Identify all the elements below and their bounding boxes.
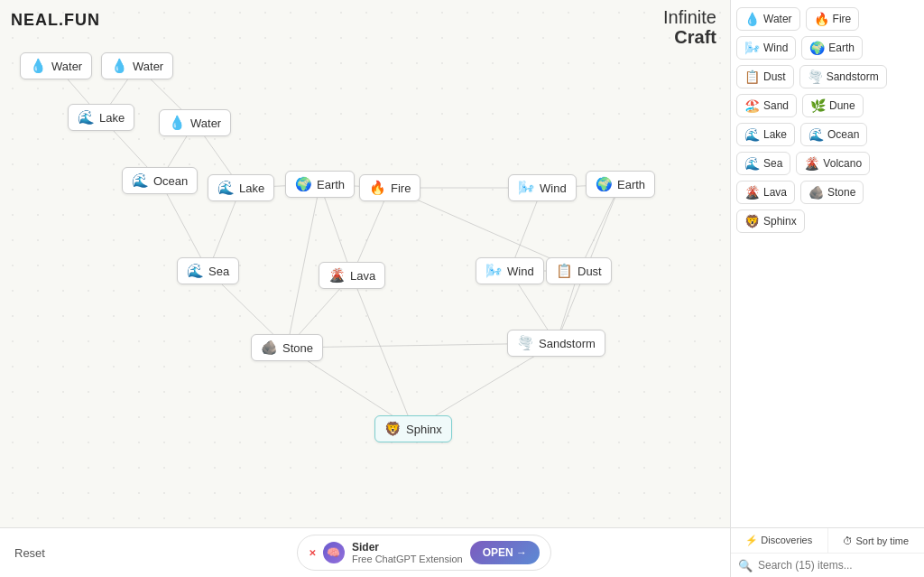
node-sea1[interactable]: 🌊Sea [177, 257, 239, 284]
sidebar-label-8: Lake [763, 128, 787, 141]
ad-open-button[interactable]: OPEN → [470, 541, 540, 564]
search-icon: 🔍 [738, 559, 753, 572]
ad-brand-name: Sider [352, 541, 463, 554]
node-icon-water1: 💧 [30, 58, 47, 74]
node-icon-wind2: 🌬️ [485, 263, 503, 279]
node-label-sandstorm1: Sandstorm [539, 337, 596, 350]
ad-content: Sider Free ChatGPT Extension [352, 541, 463, 564]
node-label-sphinx1: Sphinx [406, 423, 442, 436]
node-icon-sea1: 🌊 [187, 263, 204, 279]
node-label-water2: Water [133, 60, 163, 73]
search-input[interactable] [758, 559, 917, 572]
sort-button[interactable]: ⏱ Sort by time [828, 528, 925, 553]
node-label-fire1: Fire [391, 181, 411, 195]
sidebar-item-water[interactable]: 💧Water [736, 7, 800, 31]
node-label-lake2: Lake [239, 181, 264, 195]
node-icon-lava1: 🌋 [328, 267, 346, 284]
node-icon-earth2: 🌍 [596, 176, 613, 192]
sidebar-icon-9: 🌊 [808, 127, 824, 142]
sidebar-icon-6: 🏖️ [744, 98, 760, 113]
node-icon-stone1: 🪨 [261, 340, 278, 356]
sidebar-label-6: Sand [763, 99, 789, 112]
sidebar-label-14: Sphinx [763, 215, 797, 228]
node-earth2[interactable]: 🌍Earth [586, 171, 655, 198]
node-lake1[interactable]: 🌊Lake [68, 104, 134, 131]
sidebar-item-dune[interactable]: 🌿Dune [802, 94, 864, 117]
node-label-dust1: Dust [578, 265, 602, 278]
sidebar-icon-4: 📋 [744, 70, 760, 84]
node-label-ocean1: Ocean [153, 174, 188, 188]
node-water2[interactable]: 💧Water [101, 52, 173, 79]
sidebar-item-sea[interactable]: 🌊Sea [736, 152, 790, 175]
sidebar-item-stone[interactable]: 🪨Stone [800, 181, 864, 204]
sidebar-label-7: Dune [829, 99, 855, 112]
sidebar-item-volcano[interactable]: 🌋Volcano [796, 152, 870, 175]
ad-close-icon[interactable]: ✕ [309, 548, 316, 558]
craft-canvas[interactable]: 💧Water💧Water🌊Lake💧Water🌊Ocean🌊Lake🌍Earth… [0, 0, 730, 527]
sidebar-icon-0: 💧 [744, 12, 760, 26]
node-ocean1[interactable]: 🌊Ocean [122, 167, 198, 194]
sidebar-item-fire[interactable]: 🔥Fire [806, 7, 860, 31]
node-water3[interactable]: 💧Water [159, 109, 231, 136]
svg-line-24 [287, 184, 320, 348]
elements-sidebar: 💧Water🔥Fire🌬️Wind🌍Earth📋Dust🌪️Sandstorm🏖… [730, 0, 924, 527]
node-wind2[interactable]: 🌬️Wind [476, 257, 544, 284]
node-icon-lake1: 🌊 [78, 109, 95, 126]
sidebar-item-earth[interactable]: 🌍Earth [801, 36, 863, 60]
sidebar-label-11: Volcano [823, 157, 862, 170]
sidebar-label-2: Wind [763, 42, 788, 54]
sidebar-item-wind[interactable]: 🌬️Wind [736, 36, 796, 60]
node-label-earth1: Earth [317, 178, 345, 191]
node-lake2[interactable]: 🌊Lake [208, 174, 274, 201]
node-label-stone1: Stone [282, 341, 313, 355]
node-sandstorm1[interactable]: 🌪️Sandstorm [507, 330, 605, 357]
node-stone1[interactable]: 🪨Stone [251, 334, 323, 361]
node-wind1[interactable]: 🌬️Wind [508, 174, 577, 201]
sidebar-label-9: Ocean [827, 128, 859, 141]
node-sphinx1[interactable]: 🦁Sphinx [374, 415, 452, 442]
sidebar-item-lake[interactable]: 🌊Lake [736, 123, 795, 146]
node-icon-earth1: 🌍 [295, 176, 312, 192]
ad-description: Free ChatGPT Extension [352, 554, 463, 564]
sidebar-item-ocean[interactable]: 🌊Ocean [800, 123, 867, 146]
node-icon-water3: 💧 [169, 115, 186, 131]
sidebar-icon-11: 🌋 [804, 156, 819, 171]
sidebar-item-lava[interactable]: 🌋Lava [736, 181, 795, 204]
sidebar-icon-1: 🔥 [814, 12, 829, 26]
sidebar-icon-5: 🌪️ [808, 70, 823, 84]
sidebar-label-12: Lava [763, 186, 787, 199]
sidebar-item-dust[interactable]: 📋Dust [736, 65, 794, 88]
sidebar-item-sand[interactable]: 🏖️Sand [736, 94, 797, 117]
reset-button[interactable]: Reset [14, 546, 45, 560]
node-icon-wind1: 🌬️ [518, 180, 535, 196]
node-label-earth2: Earth [617, 178, 645, 191]
ad-banner: ✕ 🧠 Sider Free ChatGPT Extension OPEN → [297, 535, 551, 571]
node-lava1[interactable]: 🌋Lava [319, 262, 385, 289]
sidebar-item-sphinx[interactable]: 🦁Sphinx [736, 209, 805, 233]
sidebar-icon-10: 🌊 [744, 156, 760, 171]
sidebar-label-4: Dust [763, 70, 786, 83]
node-dust1[interactable]: 📋Dust [546, 257, 612, 284]
search-box[interactable]: 🔍 [731, 554, 924, 577]
node-icon-ocean1: 🌊 [132, 172, 149, 189]
sidebar-icon-12: 🌋 [744, 185, 760, 200]
node-icon-fire1: 🔥 [369, 180, 386, 196]
node-icon-dust1: 📋 [556, 263, 573, 279]
node-label-lava1: Lava [350, 269, 375, 283]
sidebar-icon-3: 🌍 [809, 41, 825, 55]
node-icon-water2: 💧 [111, 58, 128, 74]
sidebar-item-sandstorm[interactable]: 🌪️Sandstorm [799, 65, 887, 88]
svg-line-23 [352, 275, 413, 429]
sidebar-icon-13: 🪨 [808, 185, 824, 200]
ad-brand-icon: 🧠 [323, 542, 345, 563]
sidebar-label-5: Sandstorm [827, 70, 879, 83]
node-fire1[interactable]: 🔥Fire [359, 174, 420, 201]
node-water1[interactable]: 💧Water [20, 52, 92, 79]
node-label-water1: Water [51, 60, 82, 73]
node-icon-sphinx1: 🦁 [384, 421, 402, 437]
sidebar-bottom-bar: ⚡ Discoveries ⏱ Sort by time 🔍 [730, 527, 924, 577]
node-label-lake1: Lake [99, 111, 125, 125]
node-earth1[interactable]: 🌍Earth [285, 171, 355, 198]
sidebar-label-10: Sea [763, 157, 782, 170]
discoveries-button[interactable]: ⚡ Discoveries [731, 528, 828, 553]
